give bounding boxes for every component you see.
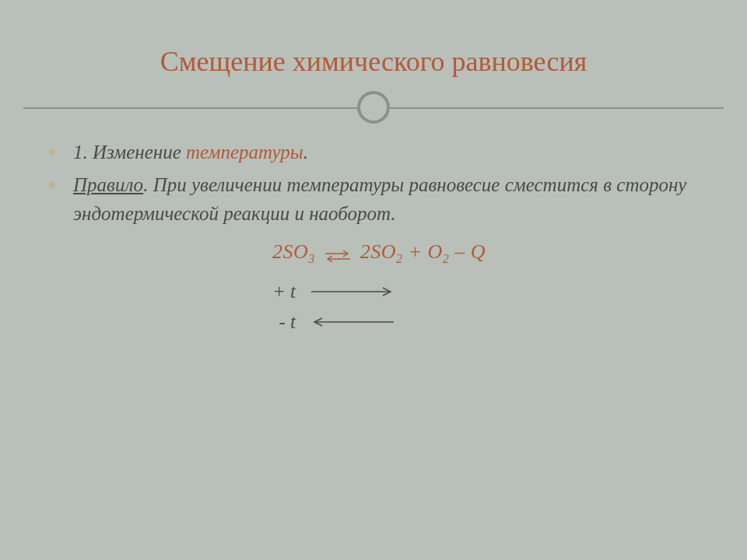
content-area: 1. Изменение температуры. Правило. При у…: [23, 131, 724, 337]
divider: [23, 92, 724, 123]
eq-left-sub: 3: [308, 252, 315, 265]
bullet1-suffix: .: [303, 142, 308, 163]
eq-left: 2SO: [272, 240, 308, 263]
eq-tail: – Q: [449, 240, 486, 263]
bullet2-rule-label: Правило: [73, 174, 143, 195]
bullet-item-2: Правило. При увеличении температуры равн…: [65, 171, 693, 228]
bullet-item-1: 1. Изменение температуры.: [65, 138, 693, 166]
bullet2-rest: . При увеличении температуры равновесие …: [73, 174, 686, 223]
divider-circle-icon: [357, 91, 390, 124]
eq-right-a: 2SO: [360, 240, 396, 263]
bullet1-highlight: температуры: [186, 142, 303, 163]
slide-title: Смещение химического равновесия: [23, 23, 724, 92]
temp-plus-label: + t: [268, 277, 296, 307]
slide: Смещение химического равновесия 1. Измен…: [23, 23, 724, 537]
bullet1-prefix: 1. Изменение: [73, 142, 186, 163]
equilibrium-arrow-icon: [324, 246, 352, 261]
temp-row-plus: + t: [268, 277, 693, 307]
arrow-left-icon: [310, 307, 395, 338]
temperature-rows: + t - t: [65, 277, 693, 338]
temp-minus-label: - t: [268, 307, 296, 338]
eq-plus1: + O: [402, 240, 442, 263]
arrow-right-icon: [310, 277, 395, 307]
chemical-equation: 2SO3 2SO2 + O2 – Q: [65, 240, 693, 266]
temp-row-minus: - t: [268, 307, 693, 338]
